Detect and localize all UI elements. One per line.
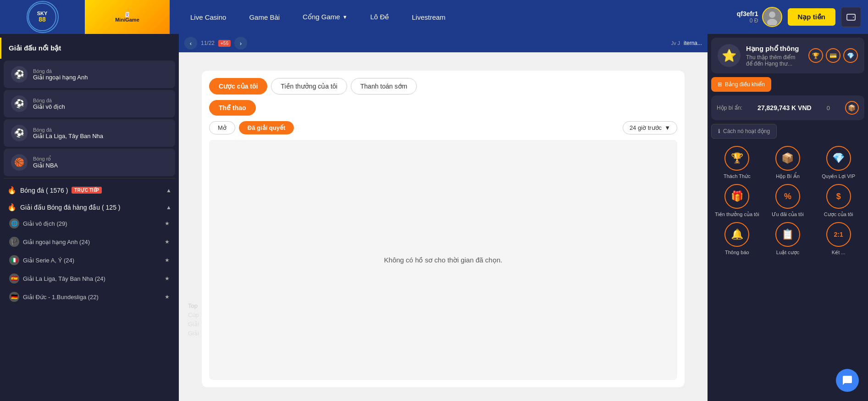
icon-thong-bao[interactable]: 🔔 Thông báo [714,222,760,256]
minigame-banner[interactable]: 🃏 MiniGame [85,0,170,34]
star-icon-0[interactable]: ★ [165,220,170,227]
grid-icon: ⊞ [718,81,722,88]
chevron-down-icon: ▼ [664,124,670,131]
luat-cuoc-label: Luật cược [776,250,799,256]
left-sidebar: Giải đấu nổi bật ⚽ Bóng đá Giải ngoại hạ… [0,34,179,401]
nav-livestream[interactable]: Livestream [400,13,457,21]
icon-quyen-loi-vip[interactable]: 💎 Quyền Lợi VIP [815,146,862,179]
gem-rank-icon[interactable]: 💎 [843,48,858,63]
modal-sub-tabs: Thể thao [202,95,685,121]
box-grid-icon: 📦 [775,146,800,171]
rank-star-icon: ⭐ [718,44,741,67]
rank-title: Hạng phổ thông [746,45,803,53]
modal-empty-body: Không có hồ sơ cho thời gian đã chọn. [209,140,677,380]
uu-dai-label: Ưu đãi của tôi [772,212,803,217]
card-rank-icon[interactable]: 💳 [826,48,840,63]
filter-row: Mở Đã giải quyết 24 giờ trước ▼ [202,121,685,140]
sport-item-2[interactable]: ⚽ Bóng đá Giải La Liga, Tây Ban Nha [4,119,175,147]
wallet-icon-button[interactable] [841,7,861,27]
tab-thanh-toan-som[interactable]: Thanh toán sớm [351,78,417,95]
avatar[interactable] [762,7,782,27]
icon-hop-bi-an[interactable]: 📦 Hộp Bí Ẩn [765,146,811,179]
star-icon-3[interactable]: ★ [165,275,170,282]
sport-item-1[interactable]: ⚽ Bóng đá Giải vô địch [4,90,175,117]
league-flag-2: 🇮🇹 [9,255,19,265]
time-filter-dropdown[interactable]: 24 giờ trước ▼ [623,121,677,134]
rank-desc: Thu thập thêm điểm để đến Hạng thư... [746,54,803,67]
box-icon[interactable]: 📦 [845,101,859,115]
icon-tien-thuong[interactable]: 🎁 Tiền thưởng của tôi [714,184,760,217]
star-icon-1[interactable]: ★ [165,239,170,245]
ratio-icon: 2:1 [826,222,851,247]
chat-bubble-button[interactable] [836,369,859,392]
logo-area: SKY 88 [0,0,85,34]
nav-lo-de[interactable]: Lô Đề [359,13,401,21]
star-icon-4[interactable]: ★ [165,294,170,300]
section-label-top: Top [188,302,198,309]
main-topbar: ‹ 11/22 +56 › Jv J iterna... [179,34,708,52]
icon-ket[interactable]: 2:1 Kết ... [815,222,862,256]
hop-bian-title: Hộp bí ẩn: [717,105,742,111]
filter-da-giai-quyet[interactable]: Đã giải quyết [239,121,294,134]
league-item-1[interactable]: 🏴 Giải ngoại hạng Anh (24) ★ [4,233,175,251]
league-name-0: Giải vô địch (29) [23,220,161,227]
username: qf3efr1 [737,10,758,17]
league-flag-0: 🌐 [9,218,19,228]
prev-match-button[interactable]: ‹ [184,37,197,50]
rank-icons: 🏆 💳 💎 [808,48,858,63]
sport-type-3: Bóng rổ [33,156,58,162]
icon-uu-dai[interactable]: % Ưu đãi của tôi [765,184,811,217]
league-flag-3: 🇪🇸 [9,273,19,284]
document-icon: 📋 [775,222,800,247]
sport-icon-2: ⚽ [11,125,28,141]
sidebar-section-title: Giải đấu nổi bật [0,38,179,59]
top-leagues-section[interactable]: 🔥 Giải đấu Bóng đá hàng đầu ( 125 ) ▲ [0,200,179,214]
cach-no-button[interactable]: ℹ Cách nó hoạt động [711,124,777,139]
sport-icon-0: ⚽ [11,66,28,83]
trophy-rank-icon[interactable]: 🏆 [808,48,823,63]
sport-type-2: Bóng đá [33,127,103,133]
league-name-4: Giải Đức - 1.Bundesliga (22) [23,294,161,301]
live-sport-label: Bóng đá ( 1576 ) [20,187,68,194]
subtab-the-thao[interactable]: Thể thao [209,100,256,116]
live-badge: TRỰC TIẾP [72,187,102,194]
league-item-3[interactable]: 🇪🇸 Giải La Liga, Tây Ban Nha (24) ★ [4,269,175,288]
fire-icon: 🔥 [7,186,17,195]
tab-tien-thuong[interactable]: Tiền thưởng của tôi [271,78,347,95]
sport-icon-3: 🏀 [11,154,28,171]
svg-rect-6 [847,14,855,20]
sport-name-0: Giải ngoại hạng Anh [33,74,88,81]
modal-tabs: Cược của tôi Tiền thưởng của tôi Thanh t… [202,71,685,95]
fire-icon-2: 🔥 [7,203,17,212]
info-icon: ℹ [718,128,720,134]
league-item-0[interactable]: 🌐 Giải vô địch (29) ★ [4,214,175,233]
nav-game-bai[interactable]: Game Bài [238,13,291,21]
match-teams: Jv J [671,40,680,46]
sport-item-3[interactable]: 🏀 Bóng rổ Giải NBA [4,149,175,176]
filter-mo[interactable]: Mở [209,121,235,134]
icon-cuoc-cua-toi-sidebar[interactable]: $ Cược của tôi [815,184,862,217]
cup-label: Cúp [188,312,199,318]
nav-cong-game[interactable]: Cổng Game ▼ [291,13,359,21]
next-match-button[interactable]: › [234,37,247,50]
icon-thach-thuc[interactable]: 🏆 Thách Thức [714,146,760,179]
giai2-label: Giải [188,330,199,337]
league-name-3: Giải La Liga, Tây Ban Nha (24) [23,275,161,282]
sport-item-0[interactable]: ⚽ Bóng đá Giải ngoại hạng Anh [4,61,175,88]
svg-text:88: 88 [39,16,46,23]
nav-live-casino[interactable]: Live Casino [179,13,238,21]
league-flag-1: 🏴 [9,237,19,247]
league-item-4[interactable]: 🇩🇪 Giải Đức - 1.Bundesliga (22) ★ [4,288,175,306]
league-item-2[interactable]: 🇮🇹 Giải Serie A, Ý (24) ★ [4,251,175,269]
hop-bi-an-label: Hộp Bí Ẩn [776,173,800,179]
star-icon-2[interactable]: ★ [165,257,170,263]
bang-dieu-khien-button[interactable]: ⊞ Bảng điều khiển [711,77,771,92]
logo: SKY 88 [27,1,59,33]
live-section[interactable]: 🔥 Bóng đá ( 1576 ) TRỰC TIẾP ▲ [0,180,179,200]
bell-icon: 🔔 [724,222,749,247]
quyen-loi-vip-label: Quyền Lợi VIP [822,173,855,179]
nap-tien-button[interactable]: Nạp tiền [788,8,836,26]
match-count-badge: +56 [218,40,231,47]
icon-luat-cuoc[interactable]: 📋 Luật cược [765,222,811,256]
tab-cuoc-cua-toi[interactable]: Cược của tôi [209,78,267,95]
